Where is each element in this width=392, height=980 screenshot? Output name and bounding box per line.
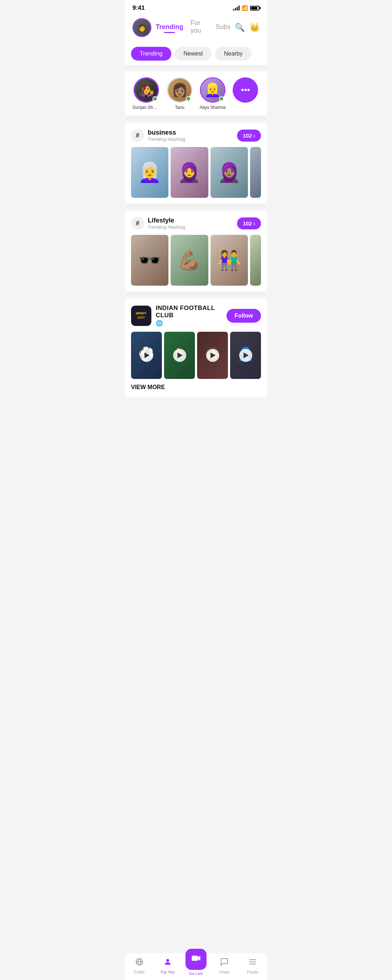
status-time: 9:41 [132,4,145,12]
status-bar: 9:41 📶 [125,0,267,14]
hashtag-card-business: # business Trending Hashtag 102 › 👩‍🦳 🧕 … [125,123,267,204]
story-name-tanu: Tanu [175,105,184,110]
search-icon[interactable]: 🔍 [235,23,245,32]
header: 👩 Trending For you Subs 🔍 👑 [125,14,267,43]
wifi-icon: 📶 [242,5,248,11]
hashtag-info-business: business Trending Hashtag [148,129,185,142]
hashtag-title-lifestyle: Lifestyle [148,217,185,224]
club-name: INDIAN FOOTBALL CLUB [156,304,222,319]
lifestyle-image-2[interactable]: 💪🏽 [171,235,208,286]
count-value-business: 102 [243,132,252,138]
play-triangle-4 [244,352,249,358]
story-more[interactable]: ••• [233,77,258,105]
video-thumb-2[interactable]: 🏃 [164,332,195,379]
story-name-aliya: Aliya Sharma [200,105,225,110]
online-dot-tanu [186,96,191,101]
story-avatar-wrap-aliya: 👱‍♀️ [200,77,225,103]
user-avatar[interactable]: 👩 [132,18,151,37]
hashtag-images-business: 👩‍🦳 🧕 🧕🏽 [131,147,261,198]
main-nav-tabs: Trending For you Subs [156,19,231,36]
avatar-image: 👩 [133,19,151,36]
video-grid: ⚽ 🏃 🧔 👤 [131,332,261,379]
hashtag-subtitle-business: Trending Hashtag [148,137,185,142]
play-button-4[interactable] [239,349,252,362]
signal-icon [233,5,239,11]
header-actions: 🔍 👑 [235,23,260,32]
hashtag-count-business[interactable]: 102 › [237,130,261,142]
lifestyle-image-4[interactable] [250,235,261,286]
chevron-right-icon-2: › [253,220,255,226]
hashtag-image-4[interactable] [250,147,261,198]
hashtag-left-lifestyle: # Lifestyle Trending Hashtag [131,217,185,230]
hashtag-title-business: business [148,129,185,137]
hash-symbol-business: # [131,129,144,142]
story-tanu[interactable]: 👩🏽 Tanu [167,77,192,110]
tab-for-you[interactable]: For you [191,19,208,36]
club-meta: 🌐 [156,320,222,327]
club-info: INDIAN FOOTBALL CLUB 🌐 [156,304,222,327]
more-stories-button[interactable]: ••• [233,77,258,103]
person-emoji-2: 🧕 [177,162,201,184]
status-icons: 📶 [233,5,260,11]
video-thumb-4[interactable]: 👤 [230,332,261,379]
filter-newest[interactable]: Newest [175,47,212,60]
hashtag-count-lifestyle[interactable]: 102 › [237,217,261,229]
hashtag-image-3[interactable]: 🧕🏽 [210,147,248,198]
club-section: WINDYCITY INDIAN FOOTBALL CLUB 🌐 Follow … [125,299,267,397]
stories-section: 👩‍🎤 Gunjan Sharma 👩🏽 Tanu 👱‍♀️ Aliya Sha… [125,72,267,116]
story-gunjan[interactable]: 👩‍🎤 Gunjan Sharma [132,77,160,110]
hashtag-left-business: # business Trending Hashtag [131,129,185,142]
hash-symbol-lifestyle: # [131,217,144,230]
lifestyle-emoji-1: 🕶️ [138,249,161,272]
play-button-1[interactable] [140,349,153,362]
hashtag-image-1[interactable]: 👩‍🦳 [131,147,169,198]
online-dot-aliya [219,96,224,101]
hashtag-card-lifestyle: # Lifestyle Trending Hashtag 102 › 🕶️ 💪🏽… [125,211,267,291]
filter-trending[interactable]: Trending [131,47,171,60]
play-triangle-1 [145,352,150,358]
crown-icon[interactable]: 👑 [250,23,260,32]
story-avatar-wrap-tanu: 👩🏽 [167,77,192,103]
tab-subs[interactable]: Subs [215,23,231,32]
count-value-lifestyle: 102 [243,220,252,226]
club-logo: WINDYCITY [131,305,151,326]
lifestyle-image-3[interactable]: 👫 [210,235,248,286]
hashtag-header-lifestyle: # Lifestyle Trending Hashtag 102 › [131,217,261,230]
tab-trending[interactable]: Trending [156,23,183,32]
video-thumb-3[interactable]: 🧔 [197,332,228,379]
follow-button[interactable]: Follow [226,309,261,323]
person-emoji-1: 👩‍🦳 [138,162,161,184]
lifestyle-image-1[interactable]: 🕶️ [131,235,169,286]
online-dot-gunjan [153,96,158,101]
story-aliya[interactable]: 👱‍♀️ Aliya Sharma [200,77,225,110]
hashtag-subtitle-lifestyle: Trending Hashtag [148,224,185,230]
video-thumb-1[interactable]: ⚽ [131,332,162,379]
hashtag-info-lifestyle: Lifestyle Trending Hashtag [148,217,185,230]
play-button-2[interactable] [173,349,186,362]
play-button-3[interactable] [206,349,219,362]
lifestyle-emoji-2: 💪🏽 [177,249,201,272]
filter-nearby[interactable]: Nearby [215,47,252,60]
play-triangle-2 [177,352,183,358]
view-more-button[interactable]: VIEW MORE [131,379,261,391]
lifestyle-emoji-3: 👫 [217,249,241,272]
chevron-right-icon: › [253,132,255,138]
hashtag-image-2[interactable]: 🧕 [171,147,208,198]
hashtag-header-business: # business Trending Hashtag 102 › [131,129,261,142]
story-name-gunjan: Gunjan Sharma [132,105,160,110]
filter-bar: Trending Newest Nearby [125,43,267,65]
battery-icon [250,6,260,11]
hashtag-images-lifestyle: 🕶️ 💪🏽 👫 [131,235,261,286]
story-avatar-wrap-gunjan: 👩‍🎤 [134,77,159,103]
person-emoji-3: 🧕🏽 [217,162,241,184]
play-triangle-3 [210,352,215,358]
club-header: WINDYCITY INDIAN FOOTBALL CLUB 🌐 Follow [131,304,261,327]
